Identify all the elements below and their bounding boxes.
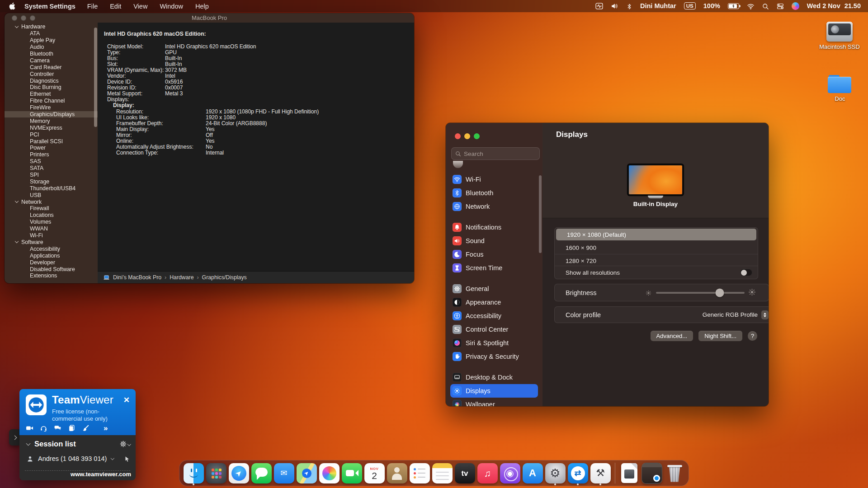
apple-menu-icon[interactable] xyxy=(9,2,15,10)
settings-sidebar-item[interactable]: Control Center xyxy=(450,323,538,336)
dock-app[interactable]: ➤ xyxy=(228,461,249,485)
bluetooth-icon[interactable] xyxy=(626,2,632,10)
sysinfo-sidebar-item[interactable]: Applications xyxy=(5,252,98,259)
sysinfo-sidebar-item[interactable]: Extensions xyxy=(5,272,98,279)
color-profile-select[interactable]: Generic RGB Profile xyxy=(703,310,769,319)
night-shift-button[interactable]: Night Shift... xyxy=(698,331,742,341)
dock-app[interactable]: ◉ xyxy=(500,461,520,485)
activity-monitor-icon[interactable] xyxy=(595,2,603,10)
toolbar-icon[interactable] xyxy=(82,424,90,432)
dock-app[interactable] xyxy=(664,461,685,485)
siri-icon[interactable] xyxy=(792,2,799,10)
battery-icon[interactable] xyxy=(728,3,739,9)
close-button[interactable] xyxy=(12,15,17,21)
toolbar-icon[interactable] xyxy=(68,424,75,432)
sysinfo-sidebar-item[interactable]: Software xyxy=(5,239,98,246)
sysinfo-sidebar-item[interactable]: Developer xyxy=(5,259,98,266)
breadcrumb-hardware[interactable]: Hardware xyxy=(170,274,193,281)
zoom-button[interactable] xyxy=(474,133,480,139)
help-button[interactable]: ? xyxy=(748,331,757,341)
sysinfo-sidebar-item[interactable]: Card Reader xyxy=(5,64,98,70)
sysinfo-sidebar-item[interactable]: Diagnostics xyxy=(5,77,98,84)
settings-sidebar-item[interactable]: Screen Time xyxy=(450,261,538,275)
dock-app[interactable]: tv xyxy=(454,461,475,485)
search-field[interactable]: Search xyxy=(451,147,540,160)
volume-icon[interactable] xyxy=(611,2,618,10)
dock-app[interactable] xyxy=(319,461,340,485)
sysinfo-sidebar-item[interactable]: PCI xyxy=(5,131,98,138)
remote-control-icon[interactable] xyxy=(124,455,130,462)
sysinfo-sidebar-item[interactable]: Graphics/Displays xyxy=(5,111,98,118)
sysinfo-sidebar-item[interactable]: Volumes xyxy=(5,219,98,225)
session-item[interactable]: Andres (1 048 393 014) xyxy=(27,455,130,462)
sysinfo-sidebar-item[interactable]: Camera xyxy=(5,57,98,64)
toolbar-icon[interactable] xyxy=(26,424,33,432)
advanced-button[interactable]: Advanced... xyxy=(651,331,693,341)
dock-app[interactable] xyxy=(341,461,362,485)
menu-item[interactable]: Help xyxy=(195,3,209,10)
search-icon[interactable] xyxy=(762,2,769,10)
control-center-icon[interactable] xyxy=(777,2,784,10)
session-list-header[interactable]: Session list xyxy=(27,440,76,448)
sysinfo-sidebar-item[interactable]: Disc Burning xyxy=(5,84,98,91)
window-titlebar[interactable]: MacBook Pro xyxy=(5,13,414,23)
settings-sidebar-item[interactable]: Accessibility xyxy=(450,309,538,323)
menu-item[interactable]: View xyxy=(133,3,147,10)
settings-sidebar-item[interactable] xyxy=(450,213,538,221)
dock-app[interactable] xyxy=(432,461,453,485)
teamviewer-website-link[interactable]: www.teamviewer.com xyxy=(71,471,131,478)
dock-app[interactable] xyxy=(409,461,430,485)
close-button[interactable] xyxy=(455,133,461,139)
settings-sidebar-item[interactable]: Wi-Fi xyxy=(450,173,538,186)
menu-item[interactable]: File xyxy=(87,3,98,10)
dock-app[interactable] xyxy=(251,461,272,485)
zoom-button[interactable] xyxy=(30,15,35,21)
dock-app[interactable] xyxy=(387,461,407,485)
keyboard-layout[interactable]: US xyxy=(684,2,696,9)
dock-app[interactable]: ✉ xyxy=(274,461,294,485)
dock-app[interactable] xyxy=(206,461,226,485)
sysinfo-sidebar-item[interactable]: WWAN xyxy=(5,225,98,232)
settings-sidebar-item[interactable]: Appearance xyxy=(450,296,538,309)
sysinfo-sidebar-item[interactable]: ATA xyxy=(5,30,98,37)
sysinfo-sidebar-item[interactable]: Apple Pay xyxy=(5,37,98,44)
settings-sidebar-item[interactable]: Siri & Spotlight xyxy=(450,336,538,350)
toolbar-icon[interactable] xyxy=(40,424,47,432)
sysinfo-sidebar-item[interactable]: Wi-Fi xyxy=(5,232,98,239)
settings-sidebar-item[interactable]: General xyxy=(450,282,538,296)
dock-app[interactable]: ➤ xyxy=(296,461,317,485)
desktop-icon-macintosh-ssd[interactable]: Macintosh SSD xyxy=(818,22,861,50)
settings-sidebar-item[interactable] xyxy=(450,275,538,282)
sysinfo-sidebar-item[interactable]: SPI xyxy=(5,172,98,178)
toolbar-icon[interactable] xyxy=(54,424,61,432)
slider-knob[interactable] xyxy=(716,289,724,297)
resolution-option[interactable]: 868 × 488 (Default) xyxy=(556,229,756,240)
sysinfo-sidebar-item[interactable]: Ethernet xyxy=(5,91,98,98)
sysinfo-sidebar-item[interactable]: Power xyxy=(5,145,98,151)
close-icon[interactable]: ✕ xyxy=(123,395,130,405)
breadcrumb-section[interactable]: Graphics/Displays xyxy=(202,274,247,281)
sysinfo-sidebar-item[interactable]: Locations xyxy=(5,212,98,219)
menu-bar-clock[interactable]: Wed 2 Nov 21.50 xyxy=(807,2,861,9)
dock-app[interactable]: ⚙ xyxy=(545,461,566,485)
sysinfo-sidebar-item[interactable]: Printers xyxy=(5,151,98,158)
wifi-icon[interactable] xyxy=(747,2,755,10)
sysinfo-sidebar-item[interactable]: Bluetooth xyxy=(5,51,98,57)
dock-app[interactable] xyxy=(642,461,662,485)
settings-sidebar-item[interactable]: Privacy & Security xyxy=(450,350,538,363)
sysinfo-sidebar-item[interactable]: Network xyxy=(5,198,98,205)
teamviewer-collapse-tab[interactable] xyxy=(9,429,20,446)
sysinfo-sidebar-item[interactable]: FireWire xyxy=(5,104,98,111)
resolution-option[interactable]: 1600 × 900 xyxy=(555,241,758,254)
desktop-icon-doc-folder[interactable]: Doc xyxy=(818,75,862,102)
stepper-icon[interactable] xyxy=(761,310,769,319)
sidebar-scrollbar[interactable] xyxy=(94,28,97,127)
settings-sidebar-item[interactable]: Bluetooth xyxy=(450,186,538,200)
menu-item[interactable]: Window xyxy=(160,3,183,10)
settings-sidebar-item[interactable]: Focus xyxy=(450,248,538,261)
settings-sidebar-item[interactable] xyxy=(450,363,538,371)
settings-sidebar-item[interactable]: Sound xyxy=(450,234,538,248)
dock-app[interactable] xyxy=(613,461,617,485)
toolbar-icon[interactable]: » xyxy=(96,424,108,432)
sysinfo-sidebar-item[interactable]: USB xyxy=(5,192,98,198)
